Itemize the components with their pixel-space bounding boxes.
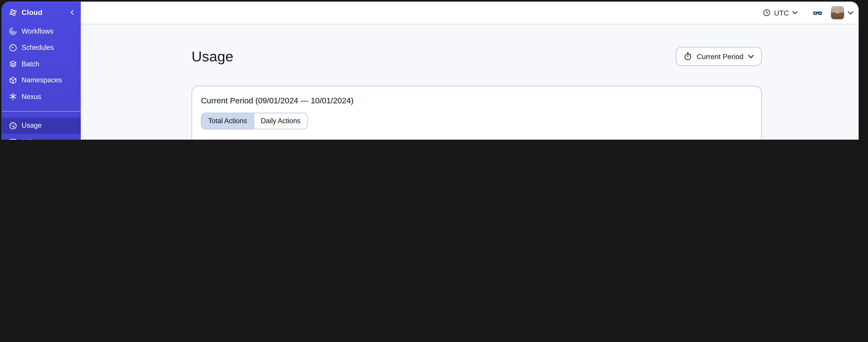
sidebar-collapse-button[interactable]	[69, 9, 75, 15]
avatar[interactable]	[831, 6, 844, 20]
current-period-card: Current Period (09/01/2024 — 10/01/2024)…	[192, 86, 762, 140]
chevron-down-icon	[792, 10, 798, 15]
sidebar-item-label: Batch	[22, 60, 39, 68]
sidebar-item-billing[interactable]: Billing	[2, 134, 81, 140]
sidebar-item-schedules[interactable]: Schedules	[2, 39, 81, 56]
sidebar-nav-primary: Workflows Schedules	[2, 23, 81, 105]
sidebar-item-label: Usage	[22, 122, 42, 130]
sidebar-item-namespaces[interactable]: Namespaces	[2, 72, 81, 89]
sidebar-item-batch[interactable]: Batch	[2, 56, 81, 72]
sidebar-item-label: Schedules	[22, 44, 54, 52]
namespaces-icon	[9, 76, 17, 84]
period-selector-button[interactable]: Current Period	[676, 47, 762, 66]
sidebar: Cloud Workflows	[2, 2, 81, 140]
sidebar-item-label: Billing	[22, 138, 40, 140]
sidebar-header: Cloud	[2, 2, 81, 20]
sidebar-divider	[2, 111, 81, 111]
temporal-cloud-logo-icon	[9, 8, 17, 17]
sidebar-item-nexus[interactable]: Nexus	[2, 89, 81, 105]
total-actions-donut: 4.7 MM Total Actions	[566, 139, 648, 140]
topbar: UTC	[81, 2, 859, 24]
sidebar-item-label: Nexus	[22, 93, 41, 100]
workflows-icon	[9, 27, 17, 36]
schedules-icon	[9, 43, 17, 52]
app-window: Cloud Workflows	[2, 2, 859, 140]
nexus-icon	[9, 93, 17, 101]
stopwatch-icon	[684, 52, 692, 61]
card-title: Current Period (09/01/2024 — 10/01/2024)	[201, 96, 752, 105]
screen: Cloud Workflows	[0, 0, 868, 140]
sidebar-item-usage[interactable]: Usage	[2, 117, 81, 134]
sidebar-item-workflows[interactable]: Workflows	[2, 23, 81, 39]
chevron-down-icon	[847, 10, 854, 15]
period-button-label: Current Period	[697, 52, 744, 61]
batch-icon	[9, 60, 17, 68]
chevron-left-icon	[69, 9, 75, 15]
actions-tab-group: Total Actions Daily Actions	[201, 113, 308, 130]
timezone-label: UTC	[774, 8, 789, 17]
glasses-icon[interactable]	[813, 9, 823, 16]
total-storage-donut: 0 GB/Day Total Storage	[661, 139, 744, 140]
main-content: Usage Current Period Current Period (09/…	[81, 25, 859, 140]
timezone-selector[interactable]: UTC	[763, 8, 798, 17]
billing-icon	[9, 138, 17, 140]
page-title: Usage	[192, 48, 234, 65]
tab-total-actions[interactable]: Total Actions	[202, 113, 254, 129]
tab-daily-actions[interactable]: Daily Actions	[254, 113, 307, 129]
chevron-down-icon	[748, 54, 754, 59]
usage-icon	[9, 122, 17, 130]
sidebar-item-label: Workflows	[22, 28, 54, 35]
sidebar-nav-account: Usage Billing	[2, 117, 81, 140]
account-menu-button[interactable]	[847, 10, 854, 15]
clock-icon	[763, 9, 771, 16]
sidebar-item-label: Namespaces	[22, 76, 62, 84]
brand-label: Cloud	[22, 8, 43, 17]
